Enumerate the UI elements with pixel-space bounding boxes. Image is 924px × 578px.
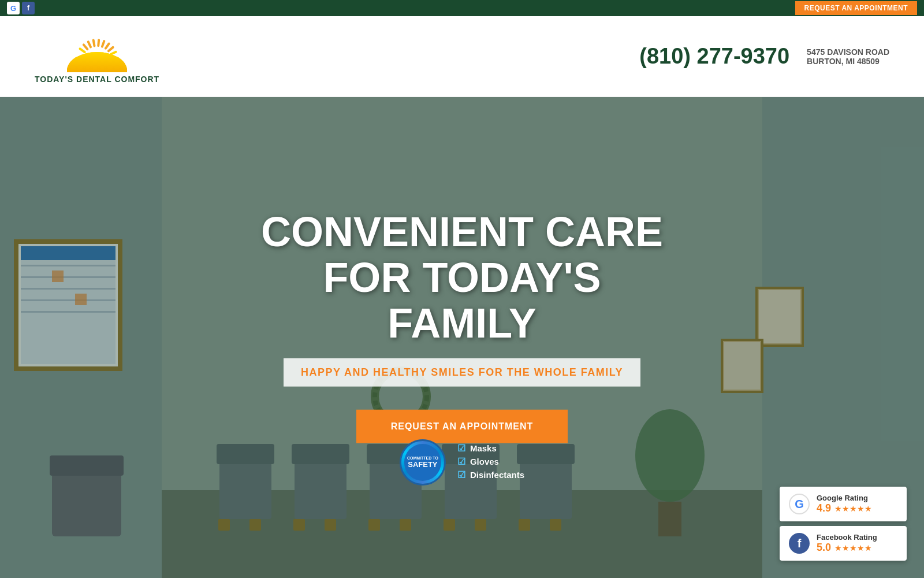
address-area: 5475 DAVISON ROAD BURTON, MI 48509: [807, 47, 889, 66]
hero-subtitle: HAPPY AND HEALTHY SMILES FOR THE WHOLE F…: [301, 366, 623, 378]
check-icon-gloves: ☑: [457, 456, 465, 467]
google-rating-row: 4.9 ★★★★★: [817, 502, 897, 514]
facebook-social-button[interactable]: f: [22, 2, 35, 14]
safety-area: COMMITTED TO SAFETY ☑ Masks ☑ Gloves ☑ D…: [400, 439, 524, 486]
facebook-rating-score: 5.0: [817, 542, 831, 554]
svg-rect-2: [92, 39, 96, 47]
google-rating-score: 4.9: [817, 502, 831, 514]
svg-rect-1: [87, 40, 92, 49]
hero-cta-button[interactable]: REQUEST AN APPOINTMENT: [356, 409, 568, 443]
safety-item-masks: ☑ Masks: [457, 443, 524, 454]
facebook-rating-info: Facebook Rating 5.0 ★★★★★: [817, 533, 897, 554]
social-icons: G f: [7, 2, 35, 14]
svg-rect-3: [97, 39, 100, 47]
google-rating-info: Google Rating 4.9 ★★★★★: [817, 494, 897, 514]
hero-subtitle-box: HAPPY AND HEALTHY SMILES FOR THE WHOLE F…: [284, 358, 640, 386]
rating-cards: G Google Rating 4.9 ★★★★★ f Facebook Rat…: [780, 487, 907, 561]
safety-badge-main-text: SAFETY: [408, 460, 437, 469]
hero-section: CONVENIENT CARE FOR TODAY'S FAMILY HAPPY…: [0, 97, 924, 578]
safety-label-gloves: Gloves: [470, 457, 499, 466]
hero-title: CONVENIENT CARE FOR TODAY'S FAMILY: [260, 209, 664, 347]
check-icon-masks: ☑: [457, 443, 465, 454]
sun-svg: [59, 29, 135, 72]
contact-area: (810) 277-9370 5475 DAVISON ROAD BURTON,…: [639, 44, 889, 69]
google-rating-label: Google Rating: [817, 494, 897, 502]
logo-area: TODAY'S DENTAL COMFORT: [35, 29, 159, 84]
safety-item-disinfectants: ☑ Disinfectants: [457, 469, 524, 480]
facebook-rating-row: 5.0 ★★★★★: [817, 542, 897, 554]
svg-rect-4: [100, 40, 106, 49]
safety-label-masks: Masks: [470, 443, 497, 453]
safety-badge-inner: COMMITTED TO SAFETY: [404, 444, 441, 481]
safety-badge: COMMITTED TO SAFETY: [400, 439, 446, 486]
safety-checklist: ☑ Masks ☑ Gloves ☑ Disinfectants: [457, 443, 524, 483]
facebook-rating-card: f Facebook Rating 5.0 ★★★★★: [780, 526, 907, 561]
header: TODAY'S DENTAL COMFORT (810) 277-9370 54…: [0, 16, 924, 97]
top-bar: G f REQUEST AN APPOINTMENT: [0, 0, 924, 16]
check-icon-disinfectants: ☑: [457, 469, 465, 480]
hero-title-line1: CONVENIENT CARE: [260, 209, 664, 255]
facebook-stars: ★★★★★: [834, 543, 872, 553]
svg-point-11: [67, 52, 127, 72]
hero-title-line2: FOR TODAY'S FAMILY: [260, 255, 664, 346]
safety-item-gloves: ☑ Gloves: [457, 456, 524, 467]
google-logo: G: [789, 494, 810, 514]
hero-content: CONVENIENT CARE FOR TODAY'S FAMILY HAPPY…: [260, 209, 664, 466]
facebook-rating-label: Facebook Rating: [817, 533, 897, 542]
google-social-button[interactable]: G: [7, 2, 20, 14]
google-stars: ★★★★★: [834, 504, 872, 513]
request-appointment-top-button[interactable]: REQUEST AN APPOINTMENT: [795, 1, 917, 15]
address-line1: 5475 DAVISON ROAD: [807, 47, 889, 57]
facebook-logo: f: [789, 533, 810, 554]
google-rating-card: G Google Rating 4.9 ★★★★★: [780, 487, 907, 521]
safety-label-disinfectants: Disinfectants: [470, 470, 524, 480]
logo-text: TODAY'S DENTAL COMFORT: [35, 75, 159, 84]
address-line2: BURTON, MI 48509: [807, 57, 889, 66]
logo-sun-graphic: [59, 29, 135, 72]
phone-number[interactable]: (810) 277-9370: [639, 44, 789, 69]
safety-badge-top-text: COMMITTED TO: [407, 456, 438, 460]
